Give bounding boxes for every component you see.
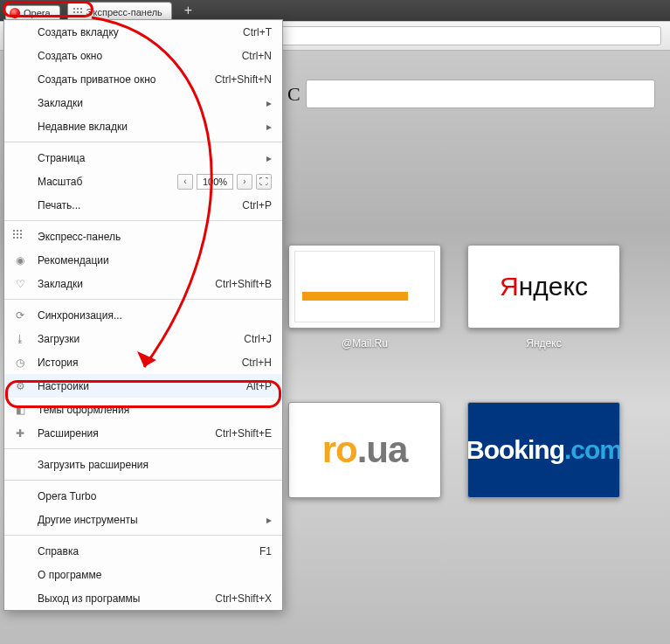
- puzzle-icon: ✚: [13, 426, 27, 440]
- tab-label: Экспресс-панель: [86, 7, 162, 17]
- chevron-right-icon: ▸: [266, 514, 272, 526]
- chevron-right-icon: ▸: [266, 152, 272, 164]
- menu-downloads[interactable]: ⭳ ЗагрузкиCtrl+J: [4, 327, 282, 350]
- menu-bookmarks-page[interactable]: ♡ ЗакладкиCtrl+Shift+B: [4, 272, 282, 295]
- tab-bar: Opera Экспресс-панель +: [0, 0, 670, 21]
- gear-icon: ⚙: [13, 379, 27, 393]
- speed-dial-icon: [13, 230, 27, 244]
- menu-speed-dial[interactable]: Экспресс-панель: [4, 225, 282, 248]
- menu-zoom: Масштаб ‹ 100% › ⛶: [4, 170, 282, 193]
- new-tab-button[interactable]: +: [184, 3, 192, 18]
- opera-menu-label: Opera: [24, 8, 51, 18]
- opera-icon: [10, 8, 20, 18]
- menu-separator: [4, 142, 282, 142]
- menu-settings[interactable]: ⚙ НастройкиAlt+P: [4, 374, 282, 398]
- menu-print[interactable]: Печать...Ctrl+P: [4, 193, 282, 217]
- menu-extensions[interactable]: ✚ РасширенияCtrl+Shift+E: [4, 421, 282, 445]
- chevron-right-icon: ▸: [266, 121, 272, 133]
- menu-separator: [4, 535, 282, 536]
- menu-separator: [4, 448, 282, 449]
- theme-icon: ◧: [13, 403, 27, 417]
- search-prefix: С: [287, 83, 300, 106]
- tab-speed-dial[interactable]: Экспресс-панель: [67, 2, 172, 21]
- zoom-fullscreen-button[interactable]: ⛶: [256, 174, 272, 190]
- menu-sync[interactable]: ⟳ Синхронизация...: [4, 303, 282, 327]
- menu-separator: [4, 299, 282, 300]
- opera-main-menu: Создать вкладкуCtrl+T Создать окноCtrl+N…: [3, 19, 283, 611]
- sync-icon: ⟳: [13, 308, 27, 322]
- tile-yandex[interactable]: Яндекс: [467, 245, 620, 329]
- menu-history[interactable]: ◷ ИсторияCtrl+H: [4, 350, 282, 374]
- menu-recent-tabs[interactable]: Недавние вкладки▸: [4, 114, 282, 138]
- menu-page[interactable]: Страница▸: [4, 146, 282, 170]
- menu-bookmarks[interactable]: Закладки▸: [4, 91, 282, 114]
- tile-mailru-caption: @Mail.Ru: [342, 337, 388, 350]
- menu-separator: [4, 480, 282, 481]
- menu-exit[interactable]: Выход из программыCtrl+Shift+X: [4, 586, 282, 610]
- chevron-right-icon: ▸: [266, 97, 272, 109]
- zoom-out-button[interactable]: ‹: [177, 174, 193, 190]
- menu-new-private-window[interactable]: Создать приватное окноCtrl+Shift+N: [4, 67, 282, 91]
- menu-about[interactable]: О программе: [4, 563, 282, 586]
- clock-icon: ◷: [13, 356, 27, 370]
- tile-yandex-caption: Яндекс: [526, 337, 561, 350]
- menu-themes[interactable]: ◧ Темы оформления: [4, 398, 282, 421]
- download-icon: ⭳: [13, 332, 27, 346]
- menu-get-extensions[interactable]: Загрузить расширения: [4, 453, 282, 476]
- tile-roua[interactable]: ro.ua: [288, 402, 441, 498]
- menu-help[interactable]: СправкаF1: [4, 539, 282, 563]
- speed-dial-search[interactable]: С: [306, 80, 655, 108]
- tile-mailru[interactable]: [288, 245, 441, 329]
- tile-booking[interactable]: Booking.com: [467, 402, 620, 498]
- eye-icon: ◉: [13, 253, 27, 267]
- zoom-in-button[interactable]: ›: [237, 174, 252, 190]
- menu-separator: [4, 220, 282, 221]
- speed-dial-icon: [73, 8, 82, 17]
- menu-new-tab[interactable]: Создать вкладкуCtrl+T: [4, 20, 282, 44]
- menu-opera-turbo[interactable]: Opera Turbo: [4, 484, 282, 508]
- menu-recommendations[interactable]: ◉ Рекомендации: [4, 248, 282, 272]
- menu-new-window[interactable]: Создать окноCtrl+N: [4, 44, 282, 67]
- heart-icon: ♡: [13, 277, 27, 291]
- menu-other-tools[interactable]: Другие инструменты▸: [4, 508, 282, 531]
- zoom-value: 100%: [197, 174, 233, 190]
